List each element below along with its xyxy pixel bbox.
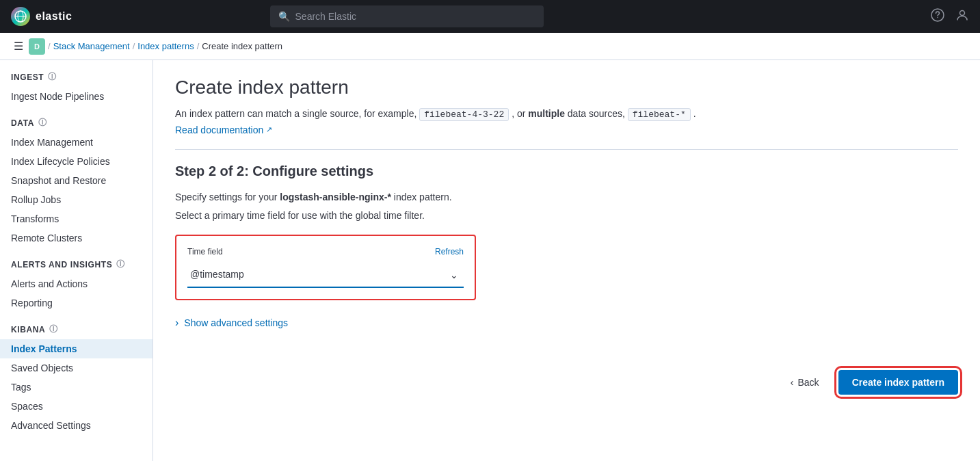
step-description: Specify settings for your logstash-ansib… [175,190,958,205]
sidebar-item-index-patterns[interactable]: Index Patterns [0,339,153,358]
main-content: Create index pattern An index pattern ca… [153,60,980,461]
alerts-insights-info-icon[interactable]: ⓘ [116,259,125,270]
time-field-select-wrapper: @timestamp No time field ⌄ [187,262,464,288]
sidebar-item-advanced-settings[interactable]: Advanced Settings [0,416,153,435]
chevron-right-icon: › [175,317,178,329]
sidebar-section-kibana: Kibana ⓘ [0,313,153,339]
external-link-icon: ↗ [266,125,272,134]
advanced-settings-label: Show advanced settings [184,317,288,328]
breadcrumb-current-page: Create index pattern [202,41,282,51]
topnav-icons-group [931,8,969,25]
breadcrumb-separator-3: / [197,41,200,51]
step-title: Step 2 of 2: Configure settings [175,163,958,179]
time-field-select[interactable]: @timestamp No time field [187,262,464,288]
section-divider [175,149,958,150]
elastic-logo[interactable]: elastic [11,7,72,26]
description-suffix: data sources, [568,108,625,119]
back-button[interactable]: ‹ Back [782,371,827,393]
sidebar-item-index-management[interactable]: Index Management [0,133,153,152]
time-field-box: Time field Refresh @timestamp No time fi… [175,235,476,300]
sidebar: Ingest ⓘ Ingest Node Pipelines Data ⓘ In… [0,33,153,461]
svg-point-4 [937,16,938,18]
refresh-button[interactable]: Refresh [435,247,464,256]
description-prefix: An index pattern can match a single sour… [175,108,416,119]
description-middle: , or [512,108,525,119]
create-index-pattern-button[interactable]: Create index pattern [838,370,958,395]
sidebar-item-rollup-jobs[interactable]: Rollup Jobs [0,190,153,209]
search-icon: 🔍 [278,11,290,22]
page-description: An index pattern can match a single sour… [175,107,958,122]
sidebar-section-ingest: Ingest ⓘ [0,60,153,87]
back-chevron-icon: ‹ [791,377,794,388]
select-time-description: Select a primary time field for use with… [175,210,958,221]
search-placeholder-text: Search Elastic [295,11,356,22]
breadcrumb-bar: ☰ D / Stack Management / Index patterns … [0,33,980,60]
sidebar-section-data: Data ⓘ [0,106,153,133]
user-avatar: D [29,38,45,55]
elastic-wordmark: elastic [36,10,72,23]
help-icon[interactable] [931,8,944,25]
show-advanced-settings-button[interactable]: › Show advanced settings [175,317,288,329]
sidebar-item-spaces[interactable]: Spaces [0,397,153,416]
sidebar-item-transforms[interactable]: Transforms [0,209,153,228]
page-layout: Ingest ⓘ Ingest Node Pipelines Data ⓘ In… [0,33,980,461]
step-desc-prefix: Specify settings for your [175,192,277,202]
step-desc-suffix: index pattern. [394,192,452,202]
sidebar-toggle-button[interactable]: ☰ [11,37,26,55]
kibana-info-icon[interactable]: ⓘ [49,324,58,335]
breadcrumb-separator-1: / [48,41,51,51]
sidebar-item-remote-clusters[interactable]: Remote Clusters [0,228,153,248]
ingest-info-icon[interactable]: ⓘ [48,71,57,83]
multiple-bold: multiple [528,108,565,119]
sidebar-data-label: Data [11,118,34,128]
sidebar-ingest-label: Ingest [11,73,44,82]
top-navigation: elastic 🔍 Search Elastic [0,0,980,33]
user-icon[interactable] [955,8,969,25]
breadcrumb-separator-2: / [133,41,135,51]
sidebar-item-index-lifecycle-policies[interactable]: Index Lifecycle Policies [0,152,153,171]
data-info-icon[interactable]: ⓘ [38,117,47,129]
index-pattern-name: logstash-ansible-nginx-* [280,192,391,202]
time-field-label-row: Time field Refresh [187,247,464,256]
example2-code: filebeat-* [628,108,691,121]
sidebar-item-snapshot-restore[interactable]: Snapshot and Restore [0,171,153,190]
sidebar-item-reporting[interactable]: Reporting [0,293,153,313]
breadcrumb-stack-management[interactable]: Stack Management [53,41,130,51]
breadcrumb-index-patterns[interactable]: Index patterns [137,41,194,51]
sidebar-alerts-insights-label: Alerts and Insights [11,260,112,269]
global-search-bar[interactable]: 🔍 Search Elastic [270,5,544,27]
doc-link-text: Read documentation [175,124,263,135]
page-title: Create index pattern [175,77,958,98]
sidebar-section-alerts-insights: Alerts and Insights ⓘ [0,248,153,274]
sidebar-item-alerts-actions[interactable]: Alerts and Actions [0,274,153,293]
sidebar-item-ingest-node-pipelines[interactable]: Ingest Node Pipelines [0,87,153,106]
description-end: . [693,108,696,119]
time-field-label: Time field [187,247,223,256]
back-label: Back [798,377,819,388]
svg-point-5 [959,10,964,15]
read-documentation-link[interactable]: Read documentation ↗ [175,124,272,135]
footer-actions: ‹ Back Create index pattern [175,356,958,395]
sidebar-kibana-label: Kibana [11,325,45,334]
elastic-logo-icon [11,7,30,26]
sidebar-nav: Ingest ⓘ Ingest Node Pipelines Data ⓘ In… [0,33,153,435]
sidebar-item-tags[interactable]: Tags [0,378,153,397]
sidebar-item-saved-objects[interactable]: Saved Objects [0,358,153,378]
example1-code: filebeat-4-3-22 [419,108,509,121]
